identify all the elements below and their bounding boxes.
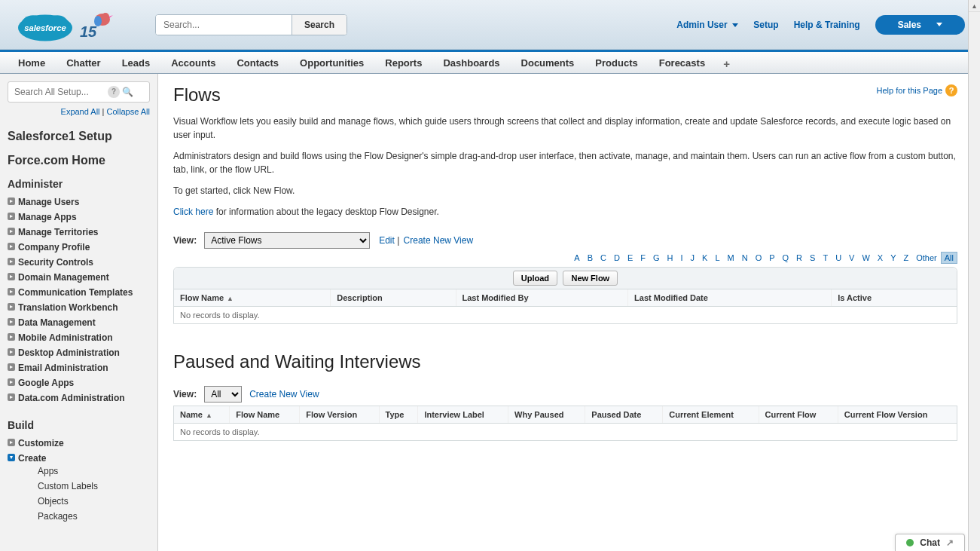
upload-button[interactable]: Upload xyxy=(513,271,557,286)
paused-create-view-link[interactable]: Create New View xyxy=(249,389,319,399)
expand-icon[interactable]: ▸ xyxy=(8,288,15,295)
sidebar-item-mobile-administration[interactable]: Mobile Administration xyxy=(18,332,113,343)
expand-icon[interactable]: ▸ xyxy=(8,393,15,401)
expand-icon[interactable]: ▸ xyxy=(8,213,15,220)
sidebar-item-translation-workbench[interactable]: Translation Workbench xyxy=(18,302,118,313)
col-flow-name[interactable]: Flow Name▲ xyxy=(174,289,331,307)
pcol-flow-name[interactable]: Flow Name xyxy=(230,406,300,424)
tab-add-icon[interactable]: + xyxy=(716,52,737,73)
expand-icon[interactable]: ▸ xyxy=(8,273,15,280)
alpha-filter-a[interactable]: A xyxy=(570,252,583,264)
sidebar-item-manage-users[interactable]: Manage Users xyxy=(18,197,79,207)
tab-documents[interactable]: Documents xyxy=(511,52,585,73)
help-for-page-link[interactable]: Help for this Page? xyxy=(877,84,957,96)
scroll-up-icon[interactable]: ▴ xyxy=(969,0,980,12)
col-is-active[interactable]: Is Active xyxy=(832,289,957,307)
alpha-filter-y[interactable]: Y xyxy=(887,252,899,264)
sidebar-item-desktop-administration[interactable]: Desktop Administration xyxy=(18,347,120,358)
sidebar-item-custom-labels[interactable]: Custom Labels xyxy=(38,481,98,491)
alpha-filter-r[interactable]: R xyxy=(792,252,806,264)
create-view-link[interactable]: Create New View xyxy=(404,235,473,246)
user-menu[interactable]: Admin User xyxy=(676,20,738,30)
sidebar-item-manage-territories[interactable]: Manage Territories xyxy=(18,227,98,237)
col-last-modified-date[interactable]: Last Modified Date xyxy=(628,289,832,307)
tab-opportunities[interactable]: Opportunities xyxy=(289,52,374,73)
sidebar-item-objects[interactable]: Objects xyxy=(38,496,69,507)
alpha-filter-i[interactable]: I xyxy=(676,252,686,264)
expand-icon[interactable]: ▸ xyxy=(8,348,15,356)
alpha-filter-f[interactable]: F xyxy=(637,252,649,264)
alpha-filter-all[interactable]: All xyxy=(941,252,957,264)
alpha-filter-j[interactable]: J xyxy=(687,252,699,264)
sidebar-item-customize[interactable]: Customize xyxy=(18,438,64,448)
tab-products[interactable]: Products xyxy=(585,52,648,73)
pcol-interview-label[interactable]: Interview Label xyxy=(418,406,508,424)
alpha-filter-e[interactable]: E xyxy=(624,252,637,264)
pcol-current-flow[interactable]: Current Flow xyxy=(759,406,838,424)
alpha-filter-n[interactable]: N xyxy=(738,252,752,264)
search-button[interactable]: Search xyxy=(292,15,347,35)
expand-icon[interactable]: ▸ xyxy=(8,439,15,446)
alpha-filter-m[interactable]: M xyxy=(724,252,738,264)
alpha-filter-b[interactable]: B xyxy=(584,252,597,264)
expand-icon[interactable]: ▸ xyxy=(8,243,15,250)
tab-home[interactable]: Home xyxy=(8,52,56,73)
alpha-filter-c[interactable]: C xyxy=(597,252,610,264)
salesforce-logo[interactable]: salesforce xyxy=(15,6,75,44)
sf1-setup-link[interactable]: Salesforce1 Setup xyxy=(0,124,157,148)
tab-contacts[interactable]: Contacts xyxy=(226,52,289,73)
alpha-filter-g[interactable]: G xyxy=(649,252,664,264)
alpha-filter-d[interactable]: D xyxy=(610,252,624,264)
alpha-filter-v[interactable]: V xyxy=(845,252,858,264)
collapse-all-link[interactable]: Collapse All xyxy=(107,107,150,116)
click-here-link[interactable]: Click here xyxy=(173,207,213,217)
col-last-modified-by[interactable]: Last Modified By xyxy=(456,289,628,307)
col-description[interactable]: Description xyxy=(331,289,456,307)
expand-icon[interactable]: ▸ xyxy=(8,197,15,205)
expand-icon[interactable]: ▸ xyxy=(8,333,15,341)
tab-forecasts[interactable]: Forecasts xyxy=(649,52,716,73)
alpha-filter-x[interactable]: X xyxy=(874,252,887,264)
sidebar-item-domain-management[interactable]: Domain Management xyxy=(18,272,109,283)
alpha-filter-t[interactable]: T xyxy=(819,252,832,264)
sidebar-item-packages[interactable]: Packages xyxy=(38,511,78,522)
pcol-why-paused[interactable]: Why Paused xyxy=(508,406,585,424)
alpha-filter-o[interactable]: O xyxy=(752,252,766,264)
alpha-filter-q[interactable]: Q xyxy=(779,252,793,264)
view-select[interactable]: Active Flows xyxy=(204,232,370,249)
collapse-icon[interactable]: ▾ xyxy=(8,454,15,461)
sidebar-item-manage-apps[interactable]: Manage Apps xyxy=(18,212,77,222)
pcol-name[interactable]: Name▲ xyxy=(174,406,230,424)
sidebar-item-apps[interactable]: Apps xyxy=(38,466,58,476)
sidebar-item-google-apps[interactable]: Google Apps xyxy=(18,378,74,388)
alpha-filter-l[interactable]: L xyxy=(711,252,723,264)
tab-chatter[interactable]: Chatter xyxy=(56,52,111,73)
sidebar-item-data-management[interactable]: Data Management xyxy=(18,317,96,328)
alpha-filter-w[interactable]: W xyxy=(858,252,873,264)
pcol-flow-version[interactable]: Flow Version xyxy=(300,406,379,424)
edit-view-link[interactable]: Edit xyxy=(379,235,395,246)
expand-icon[interactable]: ▸ xyxy=(8,318,15,326)
alpha-filter-s[interactable]: S xyxy=(806,252,819,264)
alpha-filter-h[interactable]: H xyxy=(664,252,677,264)
sidebar-item-create[interactable]: Create xyxy=(18,453,46,464)
help-training-link[interactable]: Help & Training xyxy=(794,20,860,30)
app-menu[interactable]: Sales xyxy=(875,15,965,35)
sidebar-item-email-administration[interactable]: Email Administration xyxy=(18,363,108,373)
expand-icon[interactable]: ▸ xyxy=(8,363,15,371)
search-input[interactable] xyxy=(156,15,292,35)
alpha-filter-u[interactable]: U xyxy=(832,252,845,264)
sidebar-item-company-profile[interactable]: Company Profile xyxy=(18,242,90,253)
tab-leads[interactable]: Leads xyxy=(111,52,161,73)
pcol-type[interactable]: Type xyxy=(379,406,418,424)
alpha-filter-p[interactable]: P xyxy=(765,252,778,264)
tab-accounts[interactable]: Accounts xyxy=(160,52,226,73)
expand-icon[interactable]: ▸ xyxy=(8,258,15,265)
pcol-current-element[interactable]: Current Element xyxy=(663,406,759,424)
expand-icon[interactable]: ▸ xyxy=(8,228,15,235)
alpha-filter-z[interactable]: Z xyxy=(900,252,913,264)
setup-search-input[interactable] xyxy=(10,84,108,100)
paused-view-select[interactable]: All xyxy=(204,386,242,403)
force-home-link[interactable]: Force.com Home xyxy=(0,148,157,172)
new-flow-button[interactable]: New Flow xyxy=(563,271,618,286)
